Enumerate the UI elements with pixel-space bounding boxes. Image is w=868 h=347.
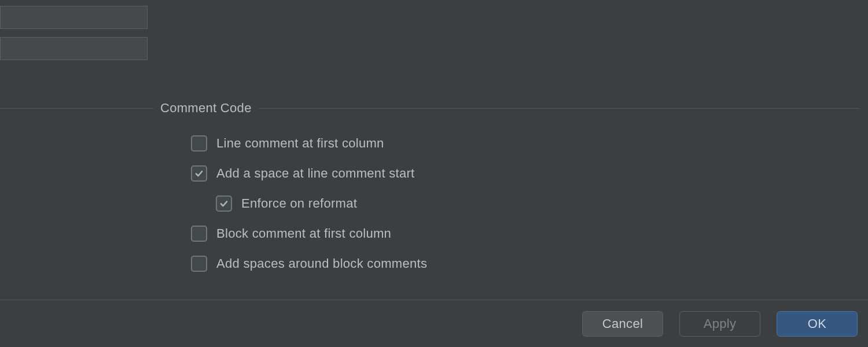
checkbox[interactable] xyxy=(191,256,207,272)
divider xyxy=(0,108,153,109)
text-field[interactable] xyxy=(0,6,148,29)
button-label: OK xyxy=(808,316,826,331)
option-line-comment-first-column[interactable]: Line comment at first column xyxy=(191,128,427,158)
checkbox[interactable] xyxy=(216,195,232,212)
option-spaces-around-block-comments[interactable]: Add spaces around block comments xyxy=(191,249,427,279)
ok-button[interactable]: OK xyxy=(777,311,858,337)
button-label: Apply xyxy=(704,316,737,331)
cancel-button[interactable]: Cancel xyxy=(582,311,663,337)
dialog-button-bar: Cancel Apply OK xyxy=(0,300,868,347)
section-title: Comment Code xyxy=(153,101,259,116)
checkbox[interactable] xyxy=(191,135,207,152)
apply-button[interactable]: Apply xyxy=(679,311,760,337)
option-label: Add spaces around block comments xyxy=(216,256,427,271)
divider xyxy=(259,108,859,109)
option-enforce-on-reformat[interactable]: Enforce on reformat xyxy=(216,189,427,219)
option-label: Add a space at line comment start xyxy=(216,166,415,181)
check-icon xyxy=(219,199,229,208)
option-space-line-comment-start[interactable]: Add a space at line comment start xyxy=(191,158,427,189)
text-field[interactable] xyxy=(0,37,148,60)
option-label: Block comment at first column xyxy=(216,226,391,241)
checkbox[interactable] xyxy=(191,165,207,182)
check-icon xyxy=(194,169,204,178)
option-label: Line comment at first column xyxy=(216,136,384,151)
button-label: Cancel xyxy=(602,316,643,331)
cutoff-fields xyxy=(0,6,148,68)
option-label: Enforce on reformat xyxy=(241,196,357,211)
checkbox[interactable] xyxy=(191,226,207,242)
section-header-comment-code: Comment Code xyxy=(0,101,868,116)
option-block-comment-first-column[interactable]: Block comment at first column xyxy=(191,219,427,249)
comment-code-options: Line comment at first column Add a space… xyxy=(191,128,427,279)
